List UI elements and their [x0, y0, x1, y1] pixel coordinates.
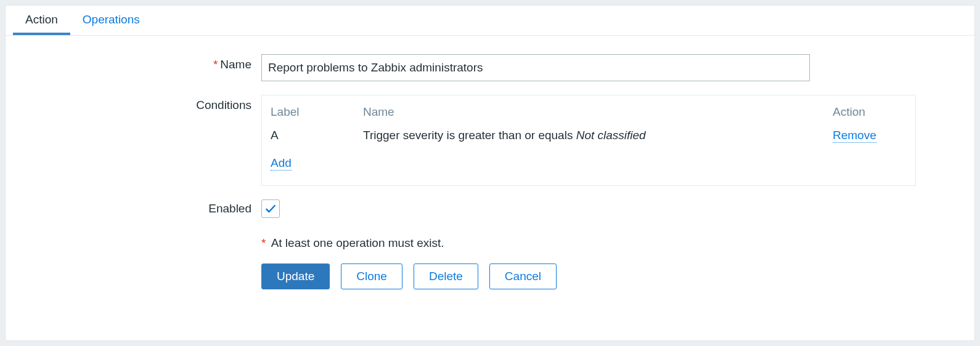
conditions-box: Label Name Action A Trigger severity is …	[261, 95, 916, 186]
tab-action[interactable]: Action	[13, 6, 70, 35]
operation-hint-text: At least one operation must exist.	[271, 236, 444, 249]
remove-condition-link[interactable]: Remove	[833, 129, 876, 143]
enabled-label: Enabled	[18, 202, 261, 215]
delete-button[interactable]: Delete	[414, 264, 478, 289]
condition-name-italic: Not classified	[576, 129, 646, 142]
operation-hint: * At least one operation must exist.	[261, 236, 444, 249]
row-name: *Name	[18, 54, 962, 81]
tab-operations[interactable]: Operations	[70, 6, 152, 35]
required-asterisk-icon: *	[261, 236, 266, 249]
condition-row: A Trigger severity is greater than or eq…	[271, 126, 907, 149]
action-config-panel: Action Operations *Name Conditions Label	[5, 5, 975, 341]
add-condition-row: Add	[271, 149, 907, 177]
row-conditions: Conditions Label Name Action	[18, 95, 962, 186]
cancel-button[interactable]: Cancel	[489, 264, 557, 289]
row-buttons: Update Clone Delete Cancel	[18, 264, 962, 289]
tabs-bar: Action Operations	[6, 6, 974, 36]
name-label: *Name	[18, 54, 261, 71]
conditions-header-action: Action	[833, 102, 907, 126]
conditions-header-label: Label	[271, 102, 363, 126]
name-input[interactable]	[261, 54, 810, 81]
conditions-label: Conditions	[18, 95, 261, 112]
add-condition-link[interactable]: Add	[271, 157, 292, 171]
conditions-header-name: Name	[363, 102, 833, 126]
button-bar: Update Clone Delete Cancel	[261, 264, 962, 289]
clone-button[interactable]: Clone	[341, 264, 402, 289]
update-button[interactable]: Update	[261, 264, 330, 289]
condition-label: A	[271, 126, 363, 149]
row-hint: * At least one operation must exist.	[18, 236, 962, 250]
conditions-table: Label Name Action A Trigger severity is …	[271, 102, 907, 177]
condition-name-prefix: Trigger severity is greater than or equa…	[363, 129, 576, 142]
row-enabled: Enabled	[18, 199, 962, 218]
required-asterisk-icon: *	[213, 58, 218, 71]
form-area: *Name Conditions Label Name Action	[6, 36, 974, 308]
check-icon	[264, 203, 277, 215]
enabled-checkbox[interactable]	[261, 199, 280, 218]
condition-name: Trigger severity is greater than or equa…	[363, 126, 833, 149]
name-label-text: Name	[220, 58, 251, 71]
